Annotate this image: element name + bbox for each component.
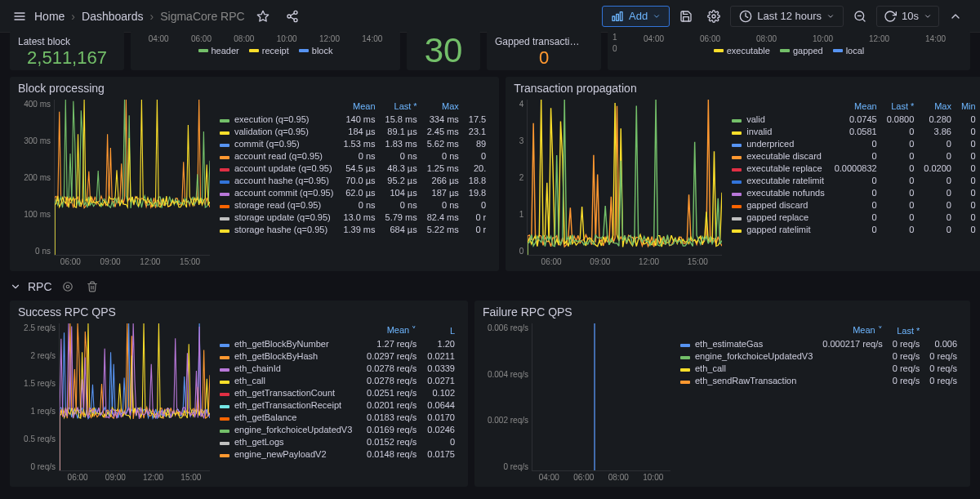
legend-row[interactable]: eth_getBalance0.0183 req/s0.0170 bbox=[215, 411, 460, 423]
legend-row[interactable]: account read (q=0.95)0 ns0 ns0 ns0 bbox=[215, 149, 491, 162]
mini1-legend: headerreceiptblock bbox=[137, 46, 394, 56]
legend-row[interactable]: account update (q=0.95)54.5 µs48.3 µs1.2… bbox=[215, 162, 491, 174]
legend-row[interactable]: underpriced0000 bbox=[727, 137, 980, 149]
legend-item[interactable]: block bbox=[299, 46, 333, 56]
zoom-out-icon[interactable] bbox=[849, 5, 871, 28]
legend-col[interactable]: Mean bbox=[338, 100, 380, 113]
rpc-row-title[interactable]: RPC bbox=[28, 280, 52, 293]
legend-row[interactable]: executable replace0.000083200.02000 bbox=[727, 162, 980, 174]
legend-row[interactable]: invalid0.058103.860 bbox=[727, 125, 980, 137]
hamburger-icon[interactable] bbox=[13, 10, 26, 23]
legend-col[interactable] bbox=[215, 100, 338, 113]
legend-row[interactable]: eth_getTransactionReceipt0.0201 req/s0.0… bbox=[215, 399, 460, 411]
legend-row[interactable]: eth_chainId0.0278 req/s0.0339 bbox=[215, 362, 460, 374]
gapped-tx-panel[interactable]: Gapped transacti… 0 bbox=[487, 31, 601, 70]
star-icon[interactable] bbox=[252, 5, 274, 28]
legend-col[interactable] bbox=[464, 100, 491, 113]
add-button[interactable]: Add bbox=[602, 6, 670, 27]
legend-row[interactable]: commit (q=0.95)1.53 ms1.83 ms5.62 ms89 bbox=[215, 137, 491, 149]
legend-row[interactable]: account commit (q=0.95)62.0 µs104 µs187 … bbox=[215, 186, 491, 198]
fq-plot[interactable] bbox=[532, 323, 670, 471]
chevron-down-icon[interactable] bbox=[10, 281, 21, 292]
legend-row[interactable]: account hashe (q=0.95)70.0 µs95.2 µs266 … bbox=[215, 174, 491, 186]
legend-col[interactable] bbox=[727, 100, 829, 113]
fq-legend-header[interactable]: Mean ˅Last * bbox=[675, 323, 962, 337]
legend-col[interactable]: Max bbox=[422, 100, 464, 113]
legend-col[interactable]: Mean bbox=[830, 100, 882, 113]
legend-col[interactable]: L bbox=[421, 323, 460, 337]
connected-peers-panel[interactable]: 30 bbox=[407, 31, 480, 70]
legend-row[interactable]: executable nofunds0000 bbox=[727, 186, 980, 198]
tx-propagation-panel[interactable]: Transaction propagation 43210 06:0009:00… bbox=[506, 77, 980, 271]
chevron-down-icon bbox=[924, 12, 932, 20]
share-icon[interactable] bbox=[281, 5, 304, 28]
legend-item[interactable]: gapped bbox=[780, 46, 823, 56]
mini-chart-2[interactable]: 1 0 04:0006:0008:0010:0012:0014:00 execu… bbox=[608, 31, 970, 70]
legend-col[interactable]: Mean ˅ bbox=[817, 323, 887, 337]
bp-plot-svg bbox=[55, 100, 210, 255]
breadcrumb-dashboards[interactable]: Dashboards bbox=[82, 10, 144, 23]
mini-chart-1[interactable]: 04:0006:0008:0010:0012:0014:00 headerrec… bbox=[131, 31, 400, 70]
legend-row[interactable]: gapped discard0000 bbox=[727, 198, 980, 211]
legend-row[interactable]: storage hashe (q=0.95)1.39 ms684 µs5.22 … bbox=[215, 223, 491, 235]
legend-col[interactable] bbox=[675, 323, 817, 337]
fq-title: Failure RPC QPS bbox=[483, 305, 962, 319]
legend-row[interactable]: validation (q=0.95)184 µs89.1 µs2.45 ms2… bbox=[215, 125, 491, 137]
legend-col[interactable]: Last * bbox=[381, 100, 422, 113]
legend-col[interactable]: Mean ˅ bbox=[360, 323, 421, 337]
legend-row[interactable]: storage read (q=0.95)0 ns0 ns0 ns0 bbox=[215, 198, 491, 211]
refresh-icon bbox=[884, 10, 897, 23]
legend-row[interactable]: execution (q=0.95)140 ms15.8 ms334 ms17.… bbox=[215, 113, 491, 125]
legend-item[interactable]: receipt bbox=[249, 46, 289, 56]
time-range-button[interactable]: Last 12 hours bbox=[730, 6, 844, 27]
legend-row[interactable]: executable ratelimit0000 bbox=[727, 174, 980, 186]
legend-col[interactable]: Last * bbox=[888, 323, 925, 337]
sq-title: Success RPC QPS bbox=[18, 305, 460, 319]
legend-row[interactable]: eth_call0.0278 req/s0.0271 bbox=[215, 374, 460, 386]
legend-row[interactable]: eth_sendRawTransaction0 req/s0 req/s bbox=[675, 374, 962, 386]
latest-block-panel[interactable]: Latest block 2,511,167 bbox=[10, 31, 124, 70]
legend-row[interactable]: valid0.07450.08000.2800 bbox=[727, 113, 980, 125]
breadcrumb-home[interactable]: Home bbox=[34, 10, 65, 23]
gear-icon[interactable] bbox=[702, 5, 725, 28]
success-qps-panel[interactable]: Success RPC QPS 2.5 req/s2 req/s1.5 req/… bbox=[10, 301, 468, 487]
gear-icon[interactable] bbox=[59, 278, 77, 296]
legend-item[interactable]: executable bbox=[714, 46, 770, 56]
legend-row[interactable]: engine_forkchoiceUpdatedV30.0169 req/s0.… bbox=[215, 423, 460, 435]
legend-col[interactable]: Min bbox=[956, 100, 980, 113]
bp-plot[interactable] bbox=[54, 100, 210, 256]
legend-col[interactable]: Last * bbox=[882, 100, 920, 113]
chevron-up-icon[interactable] bbox=[944, 5, 967, 28]
sq-plot[interactable] bbox=[59, 323, 210, 471]
legend-row[interactable]: storage update (q=0.95)13.0 ms5.79 ms82.… bbox=[215, 211, 491, 223]
legend-row[interactable]: eth_call0 req/s0 req/s bbox=[675, 362, 962, 374]
legend-col[interactable]: Max bbox=[919, 100, 956, 113]
legend-row[interactable]: eth_estimateGas0.000217 req/s0 req/s0.00… bbox=[675, 337, 962, 350]
sq-legend-header[interactable]: Mean ˅L bbox=[215, 323, 460, 337]
legend-row[interactable]: gapped ratelimit0000 bbox=[727, 223, 980, 235]
bp-legend-header[interactable]: MeanLast *Max bbox=[215, 100, 491, 113]
txp-yaxis: 43210 bbox=[514, 100, 527, 256]
save-icon[interactable] bbox=[675, 5, 697, 28]
legend-row[interactable]: eth_getTransactionCount0.0251 req/s0.102 bbox=[215, 386, 460, 399]
legend-row[interactable]: executable discard0000 bbox=[727, 149, 980, 162]
txp-legend-header[interactable]: MeanLast *MaxMin bbox=[727, 100, 980, 113]
legend-item[interactable]: header bbox=[198, 46, 239, 56]
svg-point-12 bbox=[712, 15, 715, 18]
legend-row[interactable]: engine_newPayloadV20.0148 req/s0.0175 bbox=[215, 448, 460, 460]
refresh-button[interactable]: 10s bbox=[876, 6, 939, 27]
breadcrumb-current[interactable]: SigmaCore RPC bbox=[160, 10, 244, 23]
block-processing-panel[interactable]: Block processing 400 ms300 ms200 ms100 m… bbox=[10, 77, 499, 271]
legend-row[interactable]: engine_forkchoiceUpdatedV30 req/s0 req/s bbox=[675, 350, 962, 362]
legend-row[interactable]: eth_getBlockByHash0.0297 req/s0.0211 bbox=[215, 350, 460, 362]
legend-row[interactable]: eth_getLogs0.0152 req/s0 bbox=[215, 435, 460, 448]
legend-col[interactable] bbox=[215, 323, 360, 337]
legend-item[interactable]: local bbox=[833, 46, 865, 56]
legend-row[interactable]: gapped replace0000 bbox=[727, 211, 980, 223]
failure-qps-panel[interactable]: Failure RPC QPS 0.006 req/s0.004 req/s0.… bbox=[474, 301, 970, 487]
trash-icon[interactable] bbox=[83, 278, 101, 296]
breadcrumb-sep: › bbox=[71, 10, 75, 23]
txp-plot[interactable] bbox=[527, 100, 722, 256]
legend-row[interactable]: eth_getBlockByNumber1.27 req/s1.20 bbox=[215, 337, 460, 350]
legend-col[interactable] bbox=[924, 323, 962, 337]
